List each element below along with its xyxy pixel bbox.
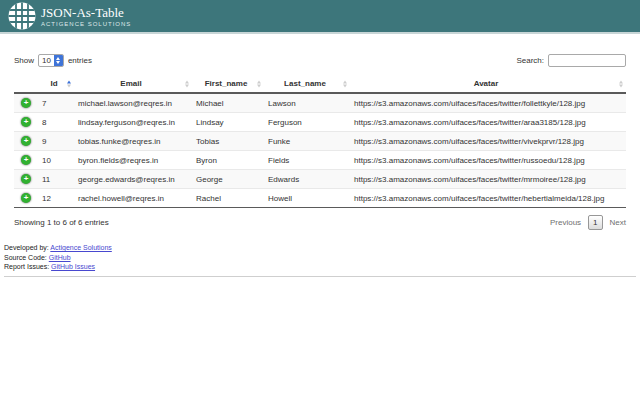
cell-email: rachel.howell@reqres.in: [74, 189, 192, 208]
show-label: Show: [14, 56, 34, 65]
cell-email: lindsay.ferguson@reqres.in: [74, 113, 192, 132]
table-info-bar: Showing 1 to 6 of 6 entries Previous 1 N…: [0, 215, 640, 230]
page-length-control: Show 10 entries: [14, 54, 92, 67]
footer-source-code: Source Code: GitHub: [4, 253, 636, 263]
page-footer: Developed by: Actigence Solutions Source…: [0, 243, 640, 277]
search-input[interactable]: [548, 54, 626, 67]
entries-label: entries: [68, 56, 92, 65]
globe-logo-icon: [7, 1, 37, 31]
column-header-control: [14, 76, 38, 93]
sort-icon: [619, 81, 623, 88]
footer-divider: [4, 276, 636, 277]
cell-avatar: https://s3.amazonaws.com/uifaces/faces/t…: [350, 113, 626, 132]
cell-avatar: https://s3.amazonaws.com/uifaces/faces/t…: [350, 151, 626, 170]
cell-email: michael.lawson@reqres.in: [74, 93, 192, 113]
cell-id: 8: [38, 113, 74, 132]
pagination-next[interactable]: Next: [610, 218, 626, 227]
row-expand-button[interactable]: [21, 174, 31, 184]
cell-id: 12: [38, 189, 74, 208]
row-expand-button[interactable]: [21, 98, 31, 108]
spinner-up-icon: [56, 57, 60, 60]
column-header-avatar[interactable]: Avatar: [350, 76, 626, 93]
pagination-previous[interactable]: Previous: [550, 218, 581, 227]
cell-last-name: Ferguson: [264, 113, 350, 132]
app-header: JSON-As-Table ACTIGENCE SOLUTIONS: [0, 0, 640, 34]
header-row: Id Email First_name Last_name Avatar: [14, 76, 626, 93]
cell-first-name: Rachel: [192, 189, 264, 208]
developer-link[interactable]: Actigence Solutions: [50, 244, 111, 251]
table-row: 9 tobias.funke@reqres.in Tobias Funke ht…: [14, 132, 626, 151]
row-expand-button[interactable]: [21, 193, 31, 203]
cell-avatar: https://s3.amazonaws.com/uifaces/faces/t…: [350, 189, 626, 208]
sort-icon: [67, 81, 71, 88]
cell-email: byron.fields@reqres.in: [74, 151, 192, 170]
cell-first-name: Tobias: [192, 132, 264, 151]
sort-icon: [343, 81, 347, 88]
cell-last-name: Lawson: [264, 93, 350, 113]
pagination-page-1[interactable]: 1: [588, 215, 602, 230]
search-label: Search:: [516, 56, 544, 65]
table-row: 10 byron.fields@reqres.in Byron Fields h…: [14, 151, 626, 170]
cell-avatar: https://s3.amazonaws.com/uifaces/faces/t…: [350, 170, 626, 189]
page-size-select[interactable]: 10: [38, 54, 64, 67]
cell-id: 11: [38, 170, 74, 189]
cell-first-name: Byron: [192, 151, 264, 170]
search-control: Search:: [516, 54, 626, 67]
table-row: 11 george.edwards@reqres.in George Edwar…: [14, 170, 626, 189]
column-header-first-name[interactable]: First_name: [192, 76, 264, 93]
entries-info: Showing 1 to 6 of 6 entries: [14, 218, 109, 227]
sort-icon: [185, 81, 189, 88]
cell-first-name: Michael: [192, 93, 264, 113]
cell-last-name: Funke: [264, 132, 350, 151]
cell-avatar: https://s3.amazonaws.com/uifaces/faces/t…: [350, 93, 626, 113]
data-table: Id Email First_name Last_name Avatar: [14, 76, 626, 208]
cell-id: 9: [38, 132, 74, 151]
pagination: Previous 1 Next: [550, 215, 626, 230]
cell-id: 7: [38, 93, 74, 113]
cell-last-name: Fields: [264, 151, 350, 170]
cell-id: 10: [38, 151, 74, 170]
column-header-id[interactable]: Id: [38, 76, 74, 93]
report-issues-link[interactable]: GitHub Issues: [51, 263, 95, 270]
footer-report-issues: Report Issues: GitHub Issues: [4, 262, 636, 272]
table-row: 8 lindsay.ferguson@reqres.in Lindsay Fer…: [14, 113, 626, 132]
select-spinner-icon[interactable]: [54, 54, 63, 67]
app-subtitle: ACTIGENCE SOLUTIONS: [41, 21, 131, 27]
cell-email: tobias.funke@reqres.in: [74, 132, 192, 151]
app-title: JSON-As-Table: [41, 6, 131, 20]
column-header-email[interactable]: Email: [74, 76, 192, 93]
cell-last-name: Edwards: [264, 170, 350, 189]
cell-first-name: George: [192, 170, 264, 189]
row-expand-button[interactable]: [21, 136, 31, 146]
column-header-last-name[interactable]: Last_name: [264, 76, 350, 93]
row-expand-button[interactable]: [21, 155, 31, 165]
cell-email: george.edwards@reqres.in: [74, 170, 192, 189]
source-code-link[interactable]: GitHub: [49, 254, 71, 261]
table-row: 7 michael.lawson@reqres.in Michael Lawso…: [14, 93, 626, 113]
page-size-value: 10: [39, 56, 54, 65]
cell-last-name: Howell: [264, 189, 350, 208]
row-expand-button[interactable]: [21, 117, 31, 127]
cell-first-name: Lindsay: [192, 113, 264, 132]
footer-developed-by: Developed by: Actigence Solutions: [4, 243, 636, 253]
sort-icon: [257, 81, 261, 88]
table-controls: Show 10 entries Search:: [0, 54, 640, 67]
spinner-down-icon: [56, 61, 60, 64]
cell-avatar: https://s3.amazonaws.com/uifaces/faces/t…: [350, 132, 626, 151]
table-row: 12 rachel.howell@reqres.in Rachel Howell…: [14, 189, 626, 208]
